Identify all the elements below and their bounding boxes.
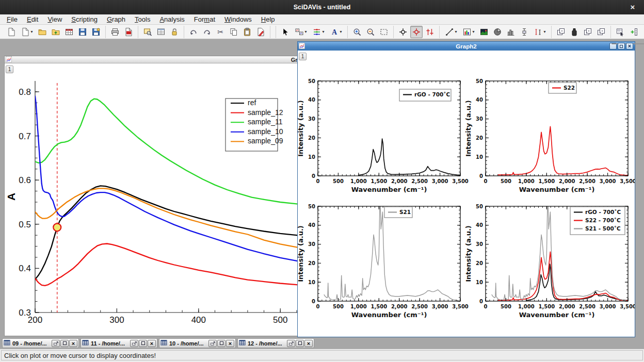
uvvis-plot-canvas[interactable]: 0.30.40.50.60.70.8200300400500Arefsample… (5, 63, 335, 336)
add-image-button[interactable] (478, 26, 490, 38)
new-project-button[interactable] (5, 26, 18, 38)
restore-window-icon[interactable] (52, 340, 60, 347)
zoom-in-button[interactable] (351, 26, 363, 38)
minimized-window-label: 10 - /home/... (169, 340, 208, 347)
svg-text:A: A (5, 193, 17, 201)
raman-plot-canvas[interactable]: 0102030405005001,0001,5002,0002,5003,000… (298, 51, 635, 328)
plot-type-button[interactable]: ▾ (293, 26, 309, 38)
pie-chart-button[interactable] (491, 26, 504, 38)
minimized-window-3[interactable]: 10 - /home/...× (159, 338, 236, 348)
svg-text:500: 500 (501, 304, 511, 309)
curve-style-button[interactable]: ▾ (310, 26, 327, 38)
export-pdf-button[interactable] (122, 26, 135, 38)
restore-window-icon[interactable] (287, 340, 295, 347)
raman-bottom-left-legend[interactable]: S21 (384, 207, 412, 218)
maximize-window-icon[interactable] (60, 340, 69, 347)
save-project-button[interactable] (76, 26, 89, 38)
add-inset-layer-button[interactable] (568, 26, 581, 38)
app-close-icon[interactable]: × (627, 2, 638, 12)
graph2-minimize-icon[interactable] (609, 43, 617, 50)
menu-scripting[interactable]: Scripting (67, 14, 102, 24)
screen-reader-button[interactable] (397, 26, 409, 38)
maximize-window-icon[interactable] (139, 340, 147, 347)
menu-windows[interactable]: Windows (220, 14, 256, 24)
select-table-button[interactable] (614, 26, 626, 38)
automatic-layout-button[interactable] (595, 26, 607, 38)
graph2-maximize-icon[interactable] (618, 43, 625, 50)
maximize-window-icon[interactable] (217, 340, 226, 347)
redo-button[interactable] (201, 26, 213, 38)
save-template-button[interactable] (90, 26, 102, 38)
minimized-window-1[interactable]: 09 - /home/...× (2, 338, 79, 348)
zoom-out-button[interactable] (364, 26, 377, 38)
paste-button[interactable] (241, 26, 253, 38)
select-data-range-button[interactable] (424, 26, 436, 38)
box-plot-button[interactable] (518, 26, 530, 38)
raman-top-left-legend[interactable]: rGO - 700˚C (399, 89, 451, 101)
print-button[interactable] (109, 26, 121, 38)
raman-bottom-right[interactable]: 0102030405005001,0001,5002,0002,5003,000… (464, 203, 635, 319)
draw-line-button[interactable]: ▾ (443, 26, 459, 38)
add-column-button[interactable] (627, 26, 640, 38)
close-window-icon[interactable]: × (304, 340, 313, 347)
lock-toolbars-button[interactable] (168, 26, 181, 38)
minimized-window-2[interactable]: 11 - /home/...× (81, 338, 157, 348)
menu-help[interactable]: Help (256, 14, 280, 24)
results-log-button[interactable] (155, 26, 167, 38)
add-text-button[interactable]: A▾ (328, 26, 344, 38)
menu-view[interactable]: View (43, 14, 67, 24)
svg-text:10: 10 (476, 279, 483, 285)
maximize-window-icon[interactable] (296, 340, 304, 347)
graph2-layer-button[interactable]: 1 (299, 53, 307, 60)
svg-text:3,500: 3,500 (452, 304, 469, 309)
copy-button[interactable] (228, 26, 240, 38)
graph2-title: Graph2 (298, 43, 635, 50)
import-ascii-button[interactable] (63, 26, 75, 38)
graph2-close-icon[interactable]: × (626, 43, 633, 50)
menu-format[interactable]: Format (189, 14, 220, 24)
undo-button[interactable] (187, 26, 200, 38)
arrange-layers-button[interactable] (582, 26, 594, 38)
raman-top-left[interactable]: 0102030405005001,0001,5002,0002,5003,000… (298, 78, 469, 194)
delete-selection-button[interactable] (254, 26, 267, 38)
raman-top-right[interactable]: 0102030405005001,0001,5002,0002,5003,000… (464, 78, 635, 194)
menu-tools[interactable]: Tools (130, 14, 155, 24)
app-titlebar[interactable]: SciDAVis - untitled × (0, 0, 644, 14)
raman-bottom-right-legend[interactable]: rGO - 700˚CS22 - 700˚CS21 - 500˚C (570, 207, 625, 235)
menu-graph[interactable]: Graph (102, 14, 130, 24)
restore-window-icon[interactable] (208, 340, 217, 347)
graph1-layer-button[interactable]: 1 (6, 65, 13, 73)
svg-text:1,500: 1,500 (371, 304, 387, 309)
cut-button[interactable]: ✂ (214, 26, 227, 38)
svg-text:S22: S22 (564, 85, 575, 91)
close-window-icon[interactable]: × (226, 340, 234, 347)
raman-top-right-legend[interactable]: S22 (549, 83, 576, 93)
graph2-window[interactable]: Graph2 × 1 0102030405005001,0001,5002,00… (297, 41, 635, 337)
raman-bottom-left[interactable]: 0102030405005001,0001,5002,0002,5003,000… (298, 203, 469, 319)
add-function-curve-button[interactable]: ▾ (460, 26, 477, 38)
svg-text:Wavenumber (cm⁻¹): Wavenumber (cm⁻¹) (351, 311, 427, 319)
rescale-to-show-all-button[interactable] (378, 26, 390, 38)
minimized-window-4[interactable]: 12 - /home/...× (237, 338, 314, 348)
svg-text:1,000: 1,000 (518, 178, 535, 184)
menu-analysis[interactable]: Analysis (155, 14, 189, 24)
restore-window-icon[interactable] (130, 340, 138, 347)
histogram-button[interactable] (505, 26, 517, 38)
append-project-button[interactable] (50, 26, 62, 38)
close-window-icon[interactable]: × (69, 340, 77, 347)
new-aspect-button[interactable]: ▾ (19, 26, 35, 38)
close-window-icon[interactable]: × (148, 340, 156, 347)
svg-text:0: 0 (312, 173, 315, 179)
pointer-button[interactable] (279, 26, 292, 38)
data-reader-button[interactable] (410, 26, 423, 38)
graph2-titlebar[interactable]: Graph2 × (298, 42, 635, 51)
project-explorer-button[interactable] (141, 26, 154, 38)
uvvis-legend[interactable]: refsample_12sample_11sample_10sample_09 (226, 98, 283, 151)
menu-edit[interactable]: Edit (22, 14, 43, 24)
menu-file[interactable]: File (2, 14, 22, 24)
svg-text:0: 0 (316, 304, 320, 309)
svg-text:0: 0 (479, 173, 483, 179)
open-project-button[interactable] (36, 26, 49, 38)
add-layer-button[interactable] (555, 26, 567, 38)
add-error-bars-button[interactable]: ▾ (532, 26, 548, 38)
